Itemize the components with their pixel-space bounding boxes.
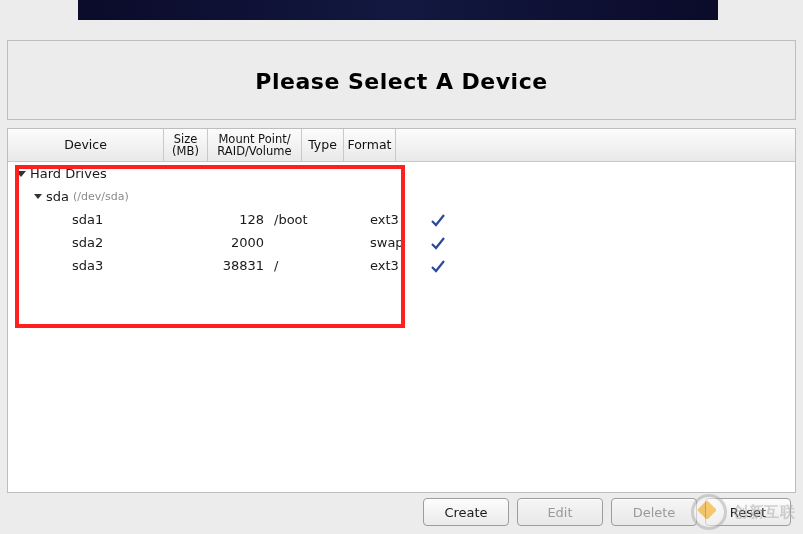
table-header-row: Device Size (MB) Mount Point/ RAID/Volum…: [8, 129, 795, 162]
device-tree[interactable]: Hard Drives sda (/dev/sda) sda1 128 /boo…: [8, 162, 795, 277]
expand-icon[interactable]: [16, 171, 26, 177]
check-icon: [430, 235, 446, 251]
partition-name: sda1: [16, 212, 220, 227]
installer-brand-band: [78, 0, 718, 20]
col-filler: [396, 129, 795, 161]
partition-format: [412, 258, 464, 274]
table-row[interactable]: sda2 2000 swap: [8, 231, 795, 254]
delete-button[interactable]: Delete: [611, 498, 697, 526]
page-title: Please Select A Device: [8, 41, 795, 94]
check-icon: [430, 212, 446, 228]
partition-size: 38831: [220, 258, 268, 273]
action-button-row: Create Edit Delete Reset: [0, 498, 803, 528]
col-size[interactable]: Size (MB): [164, 129, 208, 161]
partition-type: swap: [368, 235, 412, 250]
group-label: Hard Drives: [30, 166, 107, 181]
partition-size: 128: [220, 212, 268, 227]
partition-name: sda3: [16, 258, 220, 273]
edit-button[interactable]: Edit: [517, 498, 603, 526]
partition-format: [412, 212, 464, 228]
tree-disk-sda[interactable]: sda (/dev/sda): [8, 185, 795, 208]
table-row[interactable]: sda3 38831 / ext3: [8, 254, 795, 277]
check-icon: [430, 258, 446, 274]
tree-group-hard-drives[interactable]: Hard Drives: [8, 162, 795, 185]
partition-size: 2000: [220, 235, 268, 250]
partition-type: ext3: [368, 258, 412, 273]
partition-type: ext3: [368, 212, 412, 227]
reset-button[interactable]: Reset: [705, 498, 791, 526]
disk-path: (/dev/sda): [73, 190, 129, 203]
title-panel: Please Select A Device: [7, 40, 796, 120]
partition-name: sda2: [16, 235, 220, 250]
partition-mount: /: [268, 258, 368, 273]
col-format[interactable]: Format: [344, 129, 396, 161]
create-button[interactable]: Create: [423, 498, 509, 526]
device-table-panel: Device Size (MB) Mount Point/ RAID/Volum…: [7, 128, 796, 493]
table-row[interactable]: sda1 128 /boot ext3: [8, 208, 795, 231]
col-device[interactable]: Device: [8, 129, 164, 161]
disk-name: sda: [46, 189, 69, 204]
col-mount[interactable]: Mount Point/ RAID/Volume: [208, 129, 302, 161]
partition-mount: /boot: [268, 212, 368, 227]
partition-format: [412, 235, 464, 251]
col-type[interactable]: Type: [302, 129, 344, 161]
expand-icon[interactable]: [34, 194, 42, 199]
